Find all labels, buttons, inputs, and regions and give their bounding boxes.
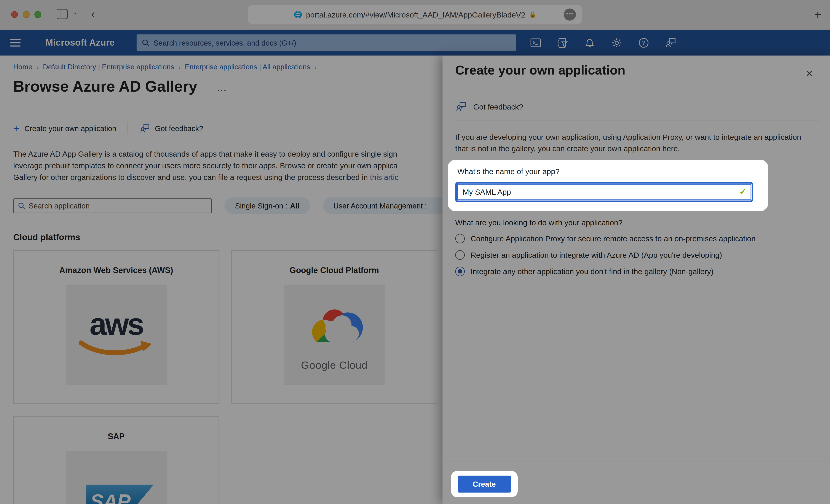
cloud-shell-icon[interactable]: [529, 36, 541, 48]
card-aws[interactable]: Amazon Web Services (AWS) aws: [13, 250, 219, 404]
card-sap[interactable]: SAP SAP: [13, 416, 219, 504]
close-icon[interactable]: ✕: [805, 68, 813, 79]
name-question-label: What's the name of your app?: [457, 167, 759, 176]
aws-smile-icon: [76, 340, 156, 359]
back-button[interactable]: ‹: [91, 7, 95, 21]
name-question-spotlight: What's the name of your app? ✓: [448, 160, 768, 211]
address-bar[interactable]: 🌐 portal.azure.com/#view/Microsoft_AAD_I…: [248, 5, 582, 25]
breadcrumb-home[interactable]: Home: [13, 63, 32, 71]
breadcrumb-separator: ›: [315, 63, 317, 71]
create-your-own-application-command[interactable]: Create your own application: [25, 124, 116, 132]
feedback-icon[interactable]: [664, 36, 676, 48]
azure-brand[interactable]: Microsoft Azure: [45, 37, 115, 48]
new-tab-button[interactable]: +: [814, 7, 821, 22]
create-button[interactable]: Create: [458, 476, 511, 493]
search-icon: [18, 202, 25, 209]
radio-icon: [455, 267, 465, 276]
panel-title: Create your own application: [455, 63, 820, 78]
breadcrumb-separator: ›: [179, 63, 181, 71]
radio-option-app-proxy[interactable]: Configure Application Proxy for secure r…: [455, 234, 820, 243]
radio-option-non-gallery[interactable]: Integrate any other application you don'…: [455, 267, 820, 276]
aws-logo: aws: [66, 285, 166, 385]
breadcrumb-default-directory[interactable]: Default Directory | Enterprise applicati…: [43, 63, 174, 71]
close-window-button[interactable]: [11, 11, 18, 18]
radio-option-register-app[interactable]: Register an application to integrate wit…: [455, 250, 820, 260]
panel-feedback-row: Got feedback?: [455, 101, 820, 112]
app-name-input[interactable]: [457, 184, 751, 200]
url-text: portal.azure.com/#view/Microsoft_AAD_IAM…: [306, 10, 525, 19]
create-application-panel: Create your own application ✕ Got feedba…: [442, 56, 830, 504]
chevron-down-icon[interactable]: ˇ: [74, 12, 76, 20]
search-icon: [142, 39, 149, 46]
application-search-box[interactable]: [13, 198, 212, 213]
global-search[interactable]: [137, 34, 516, 51]
settings-icon[interactable]: [610, 36, 622, 48]
zoom-window-button[interactable]: [34, 11, 41, 18]
got-feedback-command[interactable]: Got feedback?: [155, 124, 203, 132]
filter-user-account-management[interactable]: User Account Management :: [323, 197, 447, 214]
card-sap-title: SAP: [14, 432, 219, 441]
card-google-cloud[interactable]: Google Cloud Platform Google Cloud: [231, 250, 437, 404]
azure-top-nav: Microsoft Azure ?: [0, 30, 830, 56]
google-cloud-wordmark: Google Cloud: [301, 359, 368, 371]
feedback-person-icon: [139, 123, 150, 134]
card-aws-title: Amazon Web Services (AWS): [14, 266, 219, 275]
google-cloud-icon: [302, 298, 366, 349]
radio-icon: [455, 250, 465, 260]
breadcrumb-all-applications[interactable]: Enterprise applications | All applicatio…: [185, 63, 310, 71]
sap-logo: SAP: [66, 451, 166, 504]
sap-logo-shape: SAP: [86, 484, 154, 504]
page-title: Browse Azure AD Gallery: [13, 78, 197, 95]
browser-chrome: ˇ ‹ 🌐 portal.azure.com/#view/Microsoft_A…: [0, 0, 830, 30]
card-google-cloud-title: Google Cloud Platform: [232, 266, 437, 275]
notifications-icon[interactable]: [583, 36, 596, 48]
toolbar-divider: [127, 122, 128, 134]
plus-icon: +: [13, 123, 19, 134]
sidebar-toggle-icon[interactable]: [57, 9, 68, 19]
title-more-button[interactable]: ...: [217, 83, 227, 93]
radio-icon: [455, 234, 465, 243]
global-search-input[interactable]: [154, 38, 511, 47]
hamburger-menu-icon[interactable]: [10, 39, 21, 46]
minimize-window-button[interactable]: [23, 11, 30, 18]
panel-got-feedback-link[interactable]: Got feedback?: [473, 102, 523, 111]
panel-footer: Create: [442, 461, 830, 497]
breadcrumb-separator: ›: [36, 63, 39, 71]
filter-single-sign-on[interactable]: Single Sign-on :All: [224, 197, 310, 214]
google-cloud-logo: Google Cloud: [284, 285, 385, 385]
panel-divider: [455, 121, 820, 121]
globe-icon: 🌐: [294, 10, 302, 19]
directory-filter-icon[interactable]: [556, 36, 569, 48]
valid-check-icon: ✓: [739, 187, 746, 197]
application-options: Configure Application Proxy for secure r…: [455, 234, 820, 276]
svg-text:?: ?: [642, 39, 645, 46]
panel-description: If you are developing your own applicati…: [455, 131, 811, 155]
action-question-label: What are you looking to do with your app…: [455, 219, 820, 227]
screenshot-stage: ˇ ‹ 🌐 portal.azure.com/#view/Microsoft_A…: [0, 0, 830, 504]
help-icon[interactable]: ?: [637, 36, 649, 48]
feedback-person-icon: [455, 101, 467, 112]
lock-icon: 🔒: [529, 11, 536, 18]
this-article-link[interactable]: this artic: [370, 173, 398, 181]
application-search-input[interactable]: [29, 201, 207, 210]
page-options-button[interactable]: •••: [564, 8, 576, 21]
create-button-spotlight: Create: [451, 471, 518, 497]
cloud-platform-cards: Amazon Web Services (AWS) aws Google Clo…: [13, 250, 438, 504]
